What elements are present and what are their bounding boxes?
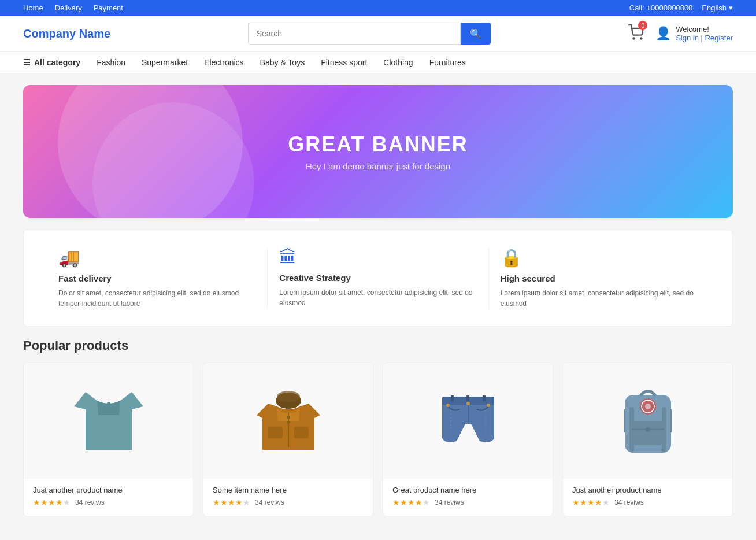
product-rating-3: ★ ★ ★ ★ ★ 34 reviws (392, 498, 543, 507)
stars-3: ★ ★ ★ ★ ★ (392, 498, 430, 507)
product-rating-4: ★ ★ ★ ★ ★ 34 reviws (572, 498, 723, 507)
product-image-2 (203, 363, 373, 479)
user-info: 👤 Welcome! Sign in | Register (655, 25, 733, 42)
product-name-2: Some item name here (213, 486, 364, 494)
features-section: 🚚 Fast delivery Dolor sit amet, consecte… (23, 230, 733, 327)
svg-point-16 (446, 404, 450, 407)
language-selector[interactable]: English ▾ (702, 3, 733, 12)
nav-delivery[interactable]: Delivery (55, 3, 82, 12)
svg-rect-13 (466, 395, 469, 401)
top-nav: Home Delivery Payment (23, 3, 123, 12)
secured-title: High secured (501, 273, 698, 283)
product-image-1 (24, 363, 193, 479)
svg-rect-7 (294, 427, 309, 438)
review-count-3: 34 reviws (435, 498, 464, 506)
language-label: English (702, 3, 727, 12)
header: Company Name 🔍 0 👤 Welcome! Sign in | Re… (0, 16, 756, 52)
svg-rect-14 (483, 395, 486, 401)
nav-fashion[interactable]: Fashion (97, 58, 125, 67)
nav-supermarket[interactable]: Supermarket (142, 58, 188, 67)
svg-point-18 (466, 402, 470, 405)
hero-banner: GREAT BANNER Hey I am demo banner just f… (23, 85, 733, 218)
nav-furnitures[interactable]: Furnitures (429, 58, 466, 67)
category-nav: ☰ All category Fashion Supermarket Elect… (0, 52, 756, 73)
stars-2: ★ ★ ★ ★ ★ (213, 498, 250, 507)
review-count-1: 34 reviws (75, 498, 105, 506)
top-bar: Home Delivery Payment Call: +0000000000 … (0, 0, 756, 16)
nav-clothing[interactable]: Clothing (383, 58, 413, 67)
product-info-3: Great product name here ★ ★ ★ ★ ★ 34 rev… (383, 479, 553, 507)
user-icon: 👤 (655, 26, 671, 41)
nav-electronics[interactable]: Electronics (204, 58, 243, 67)
logo[interactable]: Company Name (23, 27, 110, 40)
products-grid: Just another product name ★ ★ ★ ★ ★ 34 r… (23, 363, 733, 517)
stars-1: ★ ★ ★ ★ ★ (33, 498, 71, 507)
search-bar: 🔍 (248, 23, 491, 45)
review-count-2: 34 reviws (255, 498, 284, 506)
svg-point-10 (277, 391, 300, 402)
delivery-desc: Dolor sit amet, consectetur adipisicing … (58, 288, 255, 309)
secured-desc: Lorem ipsum dolor sit amet, consectetur … (501, 288, 698, 309)
review-count-4: 34 reviws (614, 498, 644, 506)
svg-rect-12 (451, 395, 454, 401)
feature-secured: 🔒 High secured Lorem ipsum dolor sit ame… (489, 247, 709, 309)
user-text: Welcome! Sign in | Register (676, 25, 733, 42)
nav-baby-toys[interactable]: Baby & Toys (260, 58, 305, 67)
delivery-icon: 🚚 (58, 247, 255, 268)
search-icon: 🔍 (470, 29, 481, 39)
svg-point-2 (107, 402, 110, 405)
all-category-label: All category (34, 58, 80, 67)
stars-4: ★ ★ ★ ★ ★ (572, 498, 610, 507)
search-button[interactable]: 🔍 (461, 23, 491, 45)
svg-point-1 (640, 38, 642, 39)
feature-strategy: 🏛 Creative Strategy Lorem ipsum dolor si… (268, 247, 488, 309)
product-name-3: Great product name here (392, 486, 543, 494)
product-name-1: Just another product name (33, 486, 184, 494)
product-info-1: Just another product name ★ ★ ★ ★ ★ 34 r… (24, 479, 193, 507)
top-right: Call: +0000000000 English ▾ (629, 3, 733, 12)
lock-icon: 🔒 (501, 247, 698, 268)
nav-home[interactable]: Home (23, 3, 43, 12)
nav-payment[interactable]: Payment (94, 3, 123, 12)
strategy-icon: 🏛 (279, 247, 476, 267)
cart-icon[interactable]: 0 (628, 24, 644, 43)
product-rating-1: ★ ★ ★ ★ ★ 34 reviws (33, 498, 184, 507)
svg-point-17 (487, 404, 490, 407)
svg-rect-9 (287, 421, 290, 423)
auth-links: Sign in | Register (676, 34, 733, 42)
delivery-title: Fast delivery (58, 273, 255, 283)
nav-fitness[interactable]: Fitness sport (321, 58, 367, 67)
product-card-1[interactable]: Just another product name ★ ★ ★ ★ ★ 34 r… (23, 363, 194, 517)
svg-point-0 (633, 38, 635, 39)
product-info-2: Some item name here ★ ★ ★ ★ ★ 34 reviws (203, 479, 373, 507)
hamburger-icon: ☰ (23, 58, 31, 67)
product-name-4: Just another product name (572, 486, 723, 494)
popular-title: Popular products (23, 338, 733, 353)
sign-in-link[interactable]: Sign in (676, 34, 699, 42)
product-image-3 (383, 363, 553, 479)
strategy-title: Creative Strategy (279, 273, 476, 283)
product-card-2[interactable]: Some item name here ★ ★ ★ ★ ★ 34 reviws (203, 363, 373, 517)
register-link[interactable]: Register (705, 34, 733, 42)
svg-point-25 (645, 404, 651, 409)
product-rating-2: ★ ★ ★ ★ ★ 34 reviws (213, 498, 364, 507)
product-card-3[interactable]: Great product name here ★ ★ ★ ★ ★ 34 rev… (383, 363, 553, 517)
svg-point-22 (646, 427, 650, 432)
header-right: 0 👤 Welcome! Sign in | Register (628, 24, 733, 43)
svg-point-3 (107, 408, 110, 411)
popular-products-section: Popular products Just another product na… (23, 338, 733, 517)
banner-title: GREAT BANNER (288, 132, 468, 157)
cart-badge: 0 (638, 21, 647, 30)
product-image-4 (563, 363, 732, 479)
all-category-button[interactable]: ☰ All category (23, 58, 80, 67)
auth-separator: | (701, 34, 705, 42)
feature-delivery: 🚚 Fast delivery Dolor sit amet, consecte… (47, 247, 268, 309)
product-card-4[interactable]: Just another product name ★ ★ ★ ★ ★ 34 r… (562, 363, 733, 517)
banner-subtitle: Hey I am demo banner just for design (306, 161, 450, 171)
phone-number: Call: +0000000000 (629, 3, 693, 12)
strategy-desc: Lorem ipsum dolor sit amet, consectetur … (279, 287, 476, 308)
search-input[interactable] (248, 23, 461, 45)
svg-rect-6 (268, 427, 283, 438)
welcome-text: Welcome! (676, 25, 733, 34)
svg-rect-20 (632, 421, 664, 445)
